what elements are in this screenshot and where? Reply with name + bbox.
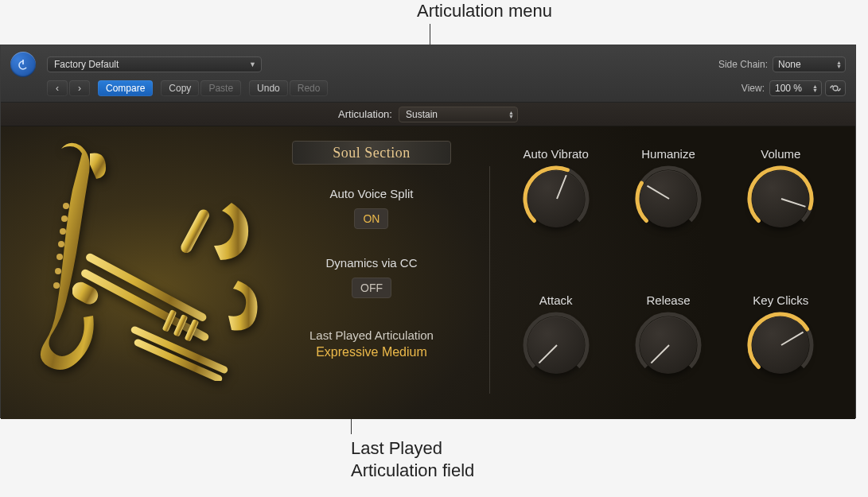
svg-rect-15 (162, 309, 177, 332)
view-value: 100 % (775, 83, 802, 94)
knob-release[interactable] (640, 316, 697, 374)
articulation-label: Articulation: (338, 108, 392, 120)
knob-humanize[interactable] (640, 170, 697, 227)
knob-humanize-cell: Humanize (616, 147, 720, 273)
articulation-select[interactable]: Sustain ▲▼ (399, 107, 518, 122)
sidechain-value: None (778, 59, 801, 70)
knob-auto-vibrato-cell: Auto Vibrato (504, 147, 608, 273)
prev-preset-button[interactable]: ‹ (47, 80, 68, 96)
knob-key-clicks-cell: Key Clicks (729, 293, 833, 419)
sidechain-label: Side Chain: (718, 59, 768, 70)
paste-button[interactable]: Paste (200, 80, 241, 96)
plugin-toolbar: Factory Default ▼ Side Chain: None ▲▼ ‹ … (1, 45, 855, 103)
knob-attack[interactable] (527, 316, 585, 374)
svg-rect-12 (179, 208, 212, 255)
trumpet-icon (128, 278, 263, 381)
next-preset-button[interactable]: › (69, 80, 90, 96)
callout-last-played: Last Played Articulation field (351, 437, 474, 481)
svg-rect-14 (133, 338, 223, 381)
power-button[interactable] (10, 52, 36, 77)
chevron-right-icon: › (78, 83, 81, 94)
callout-articulation-menu: Articulation menu (417, 0, 552, 22)
stepper-icon: ▲▼ (836, 60, 842, 68)
section-name-badge[interactable]: Soul Section (292, 141, 451, 165)
knob-key-clicks[interactable] (752, 316, 809, 374)
instrument-body: Soul Section Auto Voice Split ON Dynamic… (1, 126, 855, 419)
auto-voice-split-toggle[interactable]: ON (354, 208, 388, 229)
copy-button[interactable]: Copy (161, 80, 199, 96)
preset-select[interactable]: Factory Default ▼ (47, 56, 262, 72)
dynamics-via-cc-toggle[interactable]: OFF (352, 278, 391, 298)
articulation-value: Sustain (406, 109, 438, 120)
knob-volume[interactable] (752, 170, 809, 227)
link-icon (830, 83, 841, 93)
svg-point-5 (58, 241, 64, 247)
auto-voice-split-label: Auto Voice Split (329, 187, 413, 200)
knob-auto-vibrato[interactable] (527, 170, 585, 227)
chevron-down-icon: ▼ (249, 60, 256, 68)
svg-point-8 (53, 282, 60, 289)
knob-attack-cell: Attack (504, 293, 608, 419)
svg-point-6 (56, 254, 63, 260)
last-played-label: Last Played Articulation (309, 328, 434, 342)
redo-button[interactable]: Redo (290, 80, 329, 96)
instrument-illustration (1, 126, 255, 419)
center-controls: Soul Section Auto Voice Split ON Dynamic… (255, 126, 494, 419)
undo-button[interactable]: Undo (249, 80, 288, 96)
articulation-bar: Articulation: Sustain ▲▼ (1, 103, 855, 126)
power-icon (17, 58, 29, 71)
knob-release-label: Release (646, 293, 690, 307)
knob-attack-label: Attack (539, 293, 573, 307)
svg-point-4 (60, 228, 66, 235)
svg-rect-16 (173, 314, 189, 337)
knob-humanize-label: Humanize (641, 147, 695, 161)
stepper-icon: ▲▼ (812, 84, 818, 92)
knob-auto-vibrato-label: Auto Vibrato (524, 147, 589, 161)
sidechain-select[interactable]: None ▲▼ (773, 56, 846, 72)
knob-volume-label: Volume (761, 147, 800, 161)
chevron-left-icon: ‹ (56, 83, 59, 94)
plugin-window: Factory Default ▼ Side Chain: None ▲▼ ‹ … (0, 45, 856, 418)
last-played-value: Expressive Medium (309, 345, 434, 359)
svg-point-2 (63, 203, 69, 209)
svg-rect-17 (185, 319, 200, 342)
dynamics-via-cc-label: Dynamics via CC (325, 256, 417, 270)
knob-release-cell: Release (616, 293, 720, 419)
knob-panel: Auto Vibrato Humanize Volume Attack Rele… (494, 126, 855, 419)
view-select[interactable]: 100 % ▲▼ (769, 80, 822, 96)
svg-point-3 (61, 215, 68, 222)
link-button[interactable] (825, 80, 846, 96)
knob-key-clicks-label: Key Clicks (753, 293, 808, 307)
knob-volume-cell: Volume (729, 147, 833, 273)
preset-select-value: Factory Default (54, 59, 119, 70)
stepper-icon: ▲▼ (508, 111, 514, 118)
compare-button[interactable]: Compare (98, 80, 153, 96)
view-label: View: (741, 83, 765, 94)
svg-point-7 (55, 268, 61, 274)
last-played-articulation: Last Played Articulation Expressive Medi… (309, 328, 434, 359)
